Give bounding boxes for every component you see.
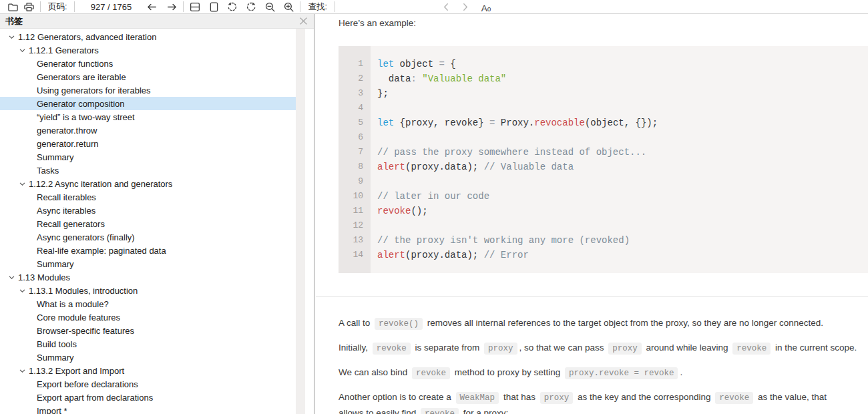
inline-code: revoke [732,343,771,355]
bookmark-label: Import * [37,406,67,414]
next-page-icon [166,1,178,13]
bookmark-item[interactable]: Generator functions [0,57,302,70]
bookmark-item[interactable]: Core module features [0,310,302,324]
inline-code: proxy.revoke = revoke [565,367,678,379]
chevron-down-icon[interactable] [9,275,18,280]
inline-code: revoke [421,408,459,414]
bookmark-item[interactable]: “yield” is a two-way street [0,110,302,124]
prev-page-button[interactable] [144,0,160,13]
line-number: 11 [339,204,371,218]
bookmark-item[interactable]: Recall iterables [0,190,302,204]
line-number: 14 [339,248,371,262]
line-number: 5 [339,116,371,130]
bookmark-label: “yield” is a two-way street [37,112,135,122]
bookmark-label: Summary [37,353,74,363]
sidebar-scrollbar[interactable] [296,29,305,414]
code-line: 9 [339,174,868,189]
inline-code: revoke [715,392,753,404]
paragraph: A call to revoke() removes all internal … [339,316,868,331]
bookmark-label: Recall generators [37,219,105,229]
inline-code: revoke [412,367,450,379]
line-number: 8 [339,160,371,174]
bookmark-label: Real-life example: paginated data [37,246,166,256]
bookmark-label: 1.12 Generators, advanced iteration [18,32,156,42]
toolbar-separator [335,1,335,12]
code-line: 6 [339,130,868,145]
next-page-button[interactable] [164,0,180,13]
zoom-out-icon [264,1,276,13]
dual-page-view-button[interactable] [187,0,203,13]
bookmark-item[interactable]: 1.12.2 Async iteration and generators [0,177,302,190]
bookmark-item[interactable]: 1.13.2 Export and Import [0,364,302,377]
print-button[interactable] [21,0,37,13]
bookmark-item[interactable]: What is a module? [0,297,302,310]
find-prev-icon [441,2,451,12]
bookmark-item[interactable]: generator.return [0,137,302,150]
bookmark-item[interactable]: Using generators for iterables [0,83,302,97]
chevron-down-icon [9,35,15,39]
line-number: 1 [339,57,371,71]
bookmark-item[interactable]: Summary [0,150,302,164]
toolbar: 页码: [0,0,868,14]
bookmark-item[interactable]: Async iterables [0,204,302,217]
page-number-input[interactable] [78,1,144,13]
bookmark-item[interactable]: Build tools [0,337,302,351]
bookmark-item[interactable]: Summary [0,257,302,270]
toolbar-separator [40,1,41,12]
single-page-view-icon [208,1,220,13]
rotate-ccw-button[interactable] [224,0,240,13]
bookmark-item[interactable]: Tasks [0,164,302,177]
rotate-cw-button[interactable] [243,0,259,13]
code-lines: 1let object = {2 data: "Valuable data"3}… [339,57,868,262]
bookmark-label: 1.13 Modules [18,272,70,282]
bookmark-label: 1.13.2 Export and Import [29,366,124,376]
line-number: 3 [339,86,371,101]
bookmark-item[interactable]: Browser-specific features [0,324,302,337]
chevron-down-icon[interactable] [9,35,18,39]
code-text [371,101,383,116]
single-page-view-button[interactable] [206,0,222,13]
chevron-down-icon[interactable] [19,48,29,53]
inline-code: proxy [608,343,642,355]
bookmark-item[interactable]: 1.12 Generators, advanced iteration [0,30,302,43]
code-line: 13// the proxy isn't working any more (r… [339,233,868,248]
bookmark-item[interactable]: Export before declarations [0,377,302,391]
zoom-in-button[interactable] [280,0,296,13]
chevron-down-icon[interactable] [19,182,29,186]
paragraph: Initially, revoke is separate from proxy… [339,341,868,356]
find-next-button[interactable] [457,0,473,13]
paragraphs: A call to revoke() removes all internal … [314,316,868,414]
bookmark-label: 1.12.1 Generators [29,45,99,55]
bookmark-label: Recall iterables [37,192,96,202]
bookmark-label: generator.throw [37,126,97,136]
bookmark-item[interactable]: 1.13.1 Modules, introduction [0,284,302,297]
match-case-button[interactable]: Ao [477,0,495,13]
find-input[interactable] [339,1,439,13]
bookmark-label: Using generators for iterables [37,85,151,95]
find-next-icon [460,2,470,12]
bookmark-item[interactable]: Import * [0,404,302,414]
close-bookmarks-button[interactable] [298,16,308,27]
bookmark-item[interactable]: Summary [0,351,302,364]
open-file-button[interactable] [5,0,21,13]
bookmark-item[interactable]: Export apart from declarations [0,391,302,404]
toolbar-separator [183,1,184,12]
chevron-down-icon [19,369,25,373]
chevron-down-icon[interactable] [19,369,29,373]
bookmark-item[interactable]: 1.13 Modules [0,270,302,284]
bookmark-item[interactable]: Generator composition [0,97,302,110]
chevron-down-icon[interactable] [19,288,29,293]
bookmark-item[interactable]: Generators are iterable [0,70,302,83]
bookmark-item[interactable]: generator.throw [0,124,302,137]
zoom-out-button[interactable] [262,0,278,13]
inline-code: proxy [540,392,574,404]
print-icon [23,1,35,13]
inline-code: revoke() [375,318,423,330]
bookmark-item[interactable]: Recall generators [0,217,302,230]
bookmark-item[interactable]: Async generators (finally) [0,230,302,244]
bookmark-label: Core module features [37,313,120,323]
code-line: 14alert(proxy.data); // Error [339,248,868,262]
find-prev-button[interactable] [439,0,455,13]
bookmark-item[interactable]: Real-life example: paginated data [0,244,302,257]
bookmark-item[interactable]: 1.12.1 Generators [0,43,302,57]
